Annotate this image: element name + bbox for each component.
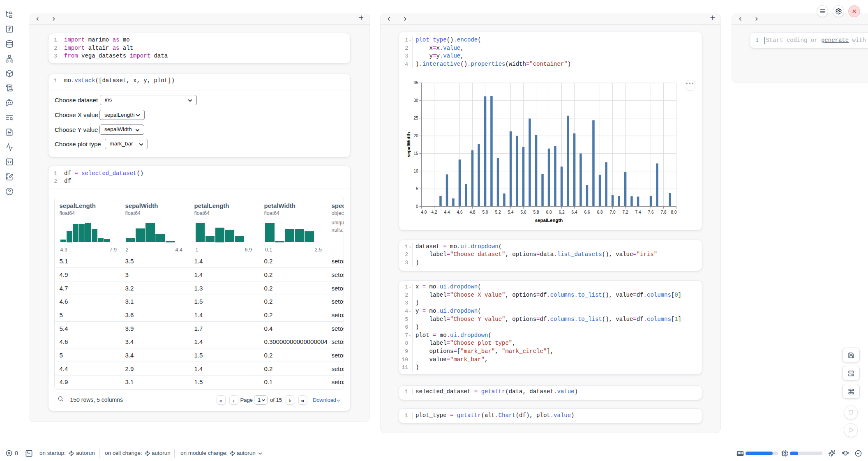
svg-text:4.6: 4.6 <box>457 210 463 214</box>
svg-text:0: 0 <box>416 204 418 209</box>
svg-text:4.0: 4.0 <box>421 210 427 214</box>
svg-text:sepalLength: sepalLength <box>535 218 563 223</box>
svg-text:sepalWidth: sepalWidth <box>406 132 411 157</box>
svg-text:8.0: 8.0 <box>671 210 677 214</box>
svg-text:15: 15 <box>413 151 418 156</box>
svg-text:10: 10 <box>413 169 418 173</box>
svg-text:4.2: 4.2 <box>432 210 437 214</box>
svg-text:5.6: 5.6 <box>521 210 526 214</box>
svg-text:5.2: 5.2 <box>495 210 501 214</box>
svg-text:5.0: 5.0 <box>482 210 488 214</box>
svg-text:6.0: 6.0 <box>546 210 552 214</box>
svg-text:25: 25 <box>413 116 418 120</box>
svg-text:6.6: 6.6 <box>584 210 590 214</box>
svg-text:6.2: 6.2 <box>559 210 565 214</box>
svg-text:7.4: 7.4 <box>635 210 641 214</box>
svg-text:5.8: 5.8 <box>533 210 539 214</box>
svg-text:35: 35 <box>413 81 418 85</box>
svg-text:20: 20 <box>413 134 418 138</box>
svg-text:7.6: 7.6 <box>648 210 654 214</box>
svg-text:7.0: 7.0 <box>610 210 616 214</box>
svg-text:4.8: 4.8 <box>470 210 476 214</box>
svg-text:6.8: 6.8 <box>597 210 603 214</box>
svg-text:6.4: 6.4 <box>572 210 577 214</box>
svg-text:7.8: 7.8 <box>661 210 667 214</box>
svg-text:30: 30 <box>413 98 418 103</box>
svg-text:5: 5 <box>416 187 418 191</box>
svg-text:7.2: 7.2 <box>623 210 628 214</box>
svg-text:4.4: 4.4 <box>444 210 450 214</box>
svg-text:5.4: 5.4 <box>508 210 514 214</box>
